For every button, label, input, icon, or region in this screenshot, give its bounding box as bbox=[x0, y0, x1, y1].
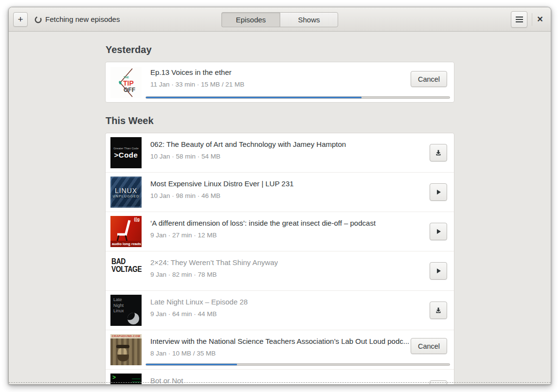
svg-text:THE: THE bbox=[124, 76, 129, 79]
episode-title: Late Night Linux – Episode 28 bbox=[150, 298, 248, 306]
episode-title: 2×24: They Weren’t That Shiny Anyway bbox=[150, 258, 278, 267]
menu-button[interactable] bbox=[511, 11, 527, 28]
add-podcast-button[interactable]: + bbox=[13, 12, 28, 27]
cancel-button[interactable]: Cancel bbox=[411, 71, 447, 87]
download-icon bbox=[434, 149, 442, 157]
episode-meta: 10 Jan · 58 min · 54 MB bbox=[150, 153, 220, 160]
episode-meta: 9 Jan · 82 min · 78 MB bbox=[150, 271, 217, 278]
episode-meta: 11 Jan · 33 min · 15 MB / 21 MB bbox=[150, 81, 244, 88]
section-title-this-week: This Week bbox=[106, 115, 454, 126]
tab-episodes[interactable]: Episodes bbox=[221, 12, 280, 27]
episode-meta: 10 Jan · 98 min · 46 MB bbox=[150, 192, 220, 199]
download-button[interactable] bbox=[430, 302, 447, 319]
episode-title: ‘A different dimension of loss’: inside … bbox=[150, 219, 376, 227]
play-button[interactable] bbox=[430, 223, 447, 240]
episode-row[interactable]: Late Night Linux Late Night Linux – Epis… bbox=[106, 291, 454, 330]
episode-row[interactable]: LINUX UNPLUGGED Most Expensive Linux Dis… bbox=[106, 173, 454, 212]
episode-row[interactable]: ((g audio long reads ‘A different dimens… bbox=[106, 212, 454, 251]
glasses-shape bbox=[116, 345, 129, 348]
headerbar: + Fetching new episodes Episodes Shows ✕ bbox=[9, 7, 551, 32]
window-edge-dash bbox=[9, 382, 551, 383]
episode-meta: 9 Jan · 64 min · 44 MB bbox=[150, 310, 217, 318]
svg-text:OFF: OFF bbox=[124, 87, 135, 93]
episodes-list: Greater Than Code >Code 062: The Beauty … bbox=[105, 133, 454, 384]
cancel-button[interactable]: Cancel bbox=[411, 338, 447, 354]
episode-title: Most Expensive Linux Distro Ever | LUP 2… bbox=[150, 179, 294, 188]
episode-title: 062: The Beauty of Art and Technology wi… bbox=[150, 140, 346, 148]
play-icon bbox=[435, 228, 442, 235]
episode-meta: 8 Jan · 10 MB / 35 MB bbox=[150, 350, 216, 357]
download-button[interactable] bbox=[430, 144, 447, 161]
podcast-cover-linux-unplugged: LINUX UNPLUGGED bbox=[110, 177, 142, 208]
podcast-cover-late-night-linux: Late Night Linux bbox=[110, 295, 142, 326]
play-icon bbox=[435, 267, 442, 274]
svg-text:TIP: TIP bbox=[123, 79, 134, 87]
section-title-yesterday: Yesterday bbox=[106, 44, 454, 55]
episode-meta: 9 Jan · 27 min · 12 MB bbox=[150, 232, 217, 239]
podcast-cover-craphound: CRAPHOUND.COM bbox=[110, 334, 142, 365]
episode-card[interactable]: THE TIP OFF Ep.13 Voices in the ether 11… bbox=[105, 62, 454, 103]
download-progressbar bbox=[145, 363, 450, 366]
tab-shows[interactable]: Shows bbox=[280, 12, 338, 27]
hamburger-icon bbox=[516, 17, 523, 18]
episode-row[interactable]: CRAPHOUND.COM Interview with the Nationa… bbox=[106, 330, 454, 370]
app-window: + Fetching new episodes Episodes Shows ✕… bbox=[8, 7, 551, 385]
podcast-cover-bad-voltage: BAD VOLTAGE bbox=[110, 255, 142, 286]
play-icon bbox=[435, 189, 442, 196]
episode-row[interactable]: BAD VOLTAGE 2×24: They Weren’t That Shin… bbox=[106, 251, 454, 291]
podcast-cover-greater-than-code: Greater Than Code >Code bbox=[110, 137, 142, 168]
spinner-icon bbox=[35, 16, 42, 23]
close-window-button[interactable]: ✕ bbox=[533, 12, 547, 26]
episodes-view: Yesterday THE TIP OFF Ep.13 Voices in th… bbox=[9, 32, 551, 384]
download-icon bbox=[434, 306, 442, 314]
episode-row[interactable]: Greater Than Code >Code 062: The Beauty … bbox=[106, 133, 454, 173]
podcast-cover-audio-long-reads: ((g audio long reads bbox=[110, 216, 142, 247]
play-button[interactable] bbox=[430, 183, 447, 201]
moon-icon bbox=[127, 313, 139, 324]
download-progressbar bbox=[145, 96, 450, 99]
podcast-cover-the-tip-off: THE TIP OFF bbox=[110, 67, 142, 98]
episode-title: Bot or Not bbox=[150, 376, 183, 384]
status-text: Fetching new episodes bbox=[45, 15, 120, 23]
beard-shape bbox=[117, 355, 129, 361]
episode-title: Interview with the National Science Teac… bbox=[150, 337, 409, 345]
view-switcher: Episodes Shows bbox=[221, 12, 338, 27]
header-separator bbox=[532, 13, 532, 26]
episode-title: Ep.13 Voices in the ether bbox=[150, 68, 232, 76]
play-button[interactable] bbox=[430, 262, 447, 280]
